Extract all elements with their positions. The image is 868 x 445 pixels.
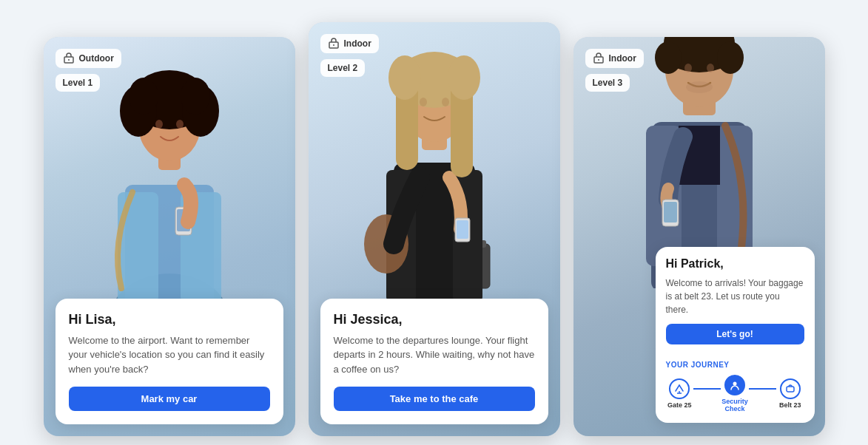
journey-step-gate: Gate 25 xyxy=(666,378,693,409)
location-type-tag-2: Indoor xyxy=(320,34,379,53)
tag-row-2: Indoor Level 2 xyxy=(320,34,379,77)
location-type-label-1: Outdoor xyxy=(79,53,114,64)
card-lisa: Outdoor Level 1 Hi Lisa, Welcome to the … xyxy=(44,37,295,436)
tag-row-1: Outdoor Level 1 xyxy=(55,49,121,92)
greeting-jessica: Hi Jessica, xyxy=(334,312,535,327)
cafe-button[interactable]: Take me to the cafe xyxy=(334,387,535,411)
svg-point-32 xyxy=(388,55,421,100)
svg-point-12 xyxy=(176,120,184,129)
journey-line-2 xyxy=(749,388,776,390)
svg-point-10 xyxy=(181,78,210,115)
location-type-label-3: Indoor xyxy=(609,53,636,64)
message-lisa: Welcome to the airport. Want to remember… xyxy=(69,333,270,377)
svg-rect-26 xyxy=(457,220,468,239)
belt-label: Belt 23 xyxy=(779,401,801,409)
journey-section: YOUR JOURNEY Gate 25 xyxy=(666,361,804,412)
belt-icon xyxy=(780,378,801,399)
card-patrick: Indoor Level 3 Hi Patrick, Welcome to ar… xyxy=(573,37,825,436)
journey-step-security: SecurityCheck xyxy=(721,375,748,412)
journey-title: YOUR JOURNEY xyxy=(666,361,804,369)
svg-point-9 xyxy=(129,78,158,115)
svg-point-51 xyxy=(707,64,714,72)
svg-point-52 xyxy=(686,81,713,93)
gate-label: Gate 25 xyxy=(667,401,692,409)
box-icon-3 xyxy=(593,52,605,64)
svg-point-49 xyxy=(717,41,744,74)
location-type-label-2: Indoor xyxy=(344,38,371,49)
journey-line-1 xyxy=(693,388,721,390)
svg-point-33 xyxy=(448,55,480,100)
svg-point-48 xyxy=(655,41,682,74)
box-icon-1 xyxy=(63,52,75,64)
location-type-tag-3: Indoor xyxy=(585,49,644,68)
tag-row-3: Indoor Level 3 xyxy=(585,49,644,92)
svg-point-50 xyxy=(684,64,692,72)
greeting-patrick: Hi Patrick, xyxy=(666,257,804,271)
level-tag-3: Level 3 xyxy=(585,74,630,92)
journey-steps: Gate 25 SecurityCheck xyxy=(666,375,804,412)
location-type-tag-1: Outdoor xyxy=(55,49,121,68)
level-tag-2: Level 2 xyxy=(320,59,366,77)
level-tag-1: Level 1 xyxy=(55,74,101,92)
info-card-jessica: Hi Jessica, Welcome to the departures lo… xyxy=(320,299,548,425)
security-icon xyxy=(724,375,745,395)
svg-point-34 xyxy=(420,98,427,106)
message-jessica: Welcome to the departures lounge. Your f… xyxy=(334,333,535,377)
svg-point-57 xyxy=(733,382,737,386)
journey-step-belt: Belt 23 xyxy=(776,378,804,409)
svg-point-35 xyxy=(442,98,449,106)
svg-rect-58 xyxy=(787,387,794,392)
mark-car-button[interactable]: Mark my car xyxy=(69,387,270,411)
level-label-2: Level 2 xyxy=(328,63,358,73)
info-card-patrick: Hi Patrick, Welcome to arrivals! Your ba… xyxy=(656,247,815,423)
security-label: SecurityCheck xyxy=(721,398,748,412)
level-label-1: Level 1 xyxy=(63,78,93,88)
card-jessica: Indoor Level 2 Hi Jessica, Welcome to th… xyxy=(309,22,560,436)
svg-point-11 xyxy=(155,120,163,129)
info-card-lisa: Hi Lisa, Welcome to the airport. Want to… xyxy=(55,299,283,425)
gate-icon xyxy=(669,378,690,399)
greeting-lisa: Hi Lisa, xyxy=(69,312,270,327)
message-patrick: Welcome to arrivals! Your baggage is at … xyxy=(666,276,804,316)
box-icon-2 xyxy=(328,38,340,50)
lets-go-button[interactable]: Let's go! xyxy=(666,324,804,344)
svg-rect-43 xyxy=(664,202,677,222)
level-label-3: Level 3 xyxy=(593,78,623,88)
main-scene: Outdoor Level 1 Hi Lisa, Welcome to the … xyxy=(14,0,855,445)
